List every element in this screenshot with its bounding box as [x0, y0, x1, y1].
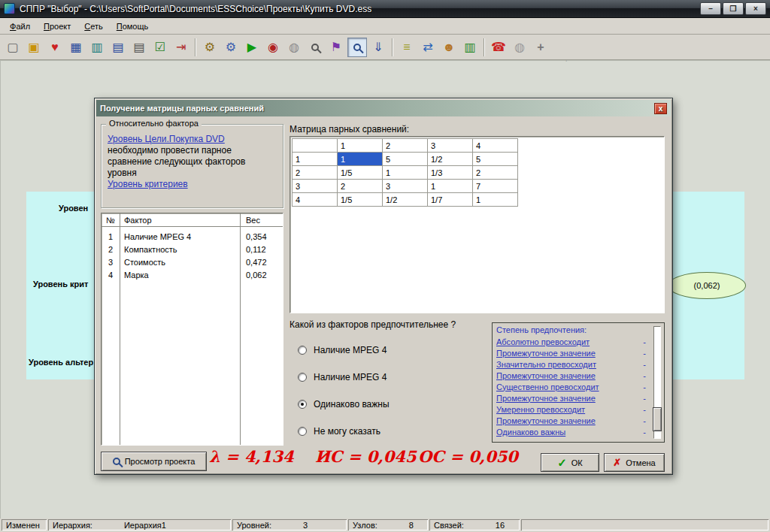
goal-level-link[interactable]: Уровень Цели.Покупка DVD [108, 134, 225, 144]
favorites-icon[interactable]: ♥ [45, 38, 65, 57]
preference-panel: Степень предпочтения: Абсолютно превосхо… [492, 322, 665, 443]
col-header-num: № [102, 216, 120, 225]
window-titlebar[interactable]: СППР "Выбор" - C:\Users\SoftPortal\Docum… [0, 0, 770, 18]
matrix-cell[interactable]: 1/2 [428, 153, 473, 166]
globe2-icon[interactable]: ◍ [510, 38, 529, 57]
matrix-row-header: 1 [293, 153, 338, 166]
preview-project-button[interactable]: Просмотр проекта [101, 452, 207, 471]
list-icon[interactable]: ≡ [397, 38, 417, 57]
exit-icon[interactable]: ⇥ [171, 38, 191, 57]
preference-item[interactable]: Значительно превосходит - [496, 358, 646, 370]
model-gears-icon[interactable]: ⚙ [200, 38, 220, 57]
matrix-cell[interactable]: 2 [473, 166, 518, 180]
criteria-node-ellipse: (0,062) [668, 272, 746, 299]
status-modified: Изменен [2, 519, 47, 530]
matrix-cell[interactable]: 1 [473, 193, 518, 207]
print-icon[interactable]: ▤ [129, 38, 149, 57]
options-icon[interactable]: ☑ [150, 38, 170, 57]
preference-item[interactable]: Промежуточное значение - [496, 392, 646, 404]
matrix-cell[interactable]: 5 [473, 153, 518, 166]
radio-icon [298, 346, 307, 355]
matrix-row-header: 3 [293, 180, 338, 193]
table-row[interactable]: 3 Стоимость 0,472 [102, 255, 283, 268]
table-row[interactable]: 2 Компактность 0,112 [102, 243, 283, 255]
matrix-panel: 1 2 3 4 1 1 5 1/2 5 2 1/5 1 1/3 2 [290, 136, 665, 313]
run-options-icon[interactable]: ◉ [263, 38, 283, 57]
open-icon[interactable]: ▣ [24, 38, 44, 57]
cancel-button[interactable]: ✗ Отмена [604, 453, 665, 472]
criteria-level-link[interactable]: Уровень критериев [108, 179, 188, 189]
radio-option-2[interactable]: Наличие MPEG 4 [298, 372, 387, 382]
matrix-cell[interactable]: 1/7 [428, 193, 473, 207]
tick-mark: - [643, 416, 646, 425]
radio-label: Одинаково важны [314, 399, 390, 410]
toolbar: ▢ ▣ ♥ ▦ ▥ ▤ ▤ ☑ ⇥ ⚙ ⚙ ▶ ◉ ◍ ⚑ ⇓ ≡ ⇄ ☻ ▥ … [0, 35, 770, 60]
export-icon[interactable]: ▤ [108, 38, 128, 57]
menu-file[interactable]: Файл [3, 20, 37, 33]
matrix-cell[interactable]: 2 [338, 180, 383, 193]
tick-mark: - [643, 360, 646, 369]
matrix-cell[interactable]: 1 [383, 166, 428, 180]
report-icon[interactable]: ⚑ [326, 38, 346, 57]
maximize-button[interactable]: ❐ [723, 2, 744, 15]
chart-icon[interactable]: ▥ [460, 38, 480, 57]
preference-item[interactable]: Промежуточное значение - [496, 370, 646, 381]
menu-help[interactable]: Помощь [110, 20, 156, 33]
run-icon[interactable]: ▶ [242, 38, 262, 57]
table-row[interactable]: 1 Наличие MPEG 4 0,354 [102, 230, 283, 243]
tick-mark: - [643, 428, 646, 437]
matrix-cell[interactable]: 5 [383, 153, 428, 166]
exchange-icon[interactable]: ⇄ [418, 38, 438, 57]
radio-option-cannot-say[interactable]: Не могу сказать [298, 426, 380, 437]
new-icon[interactable]: ▢ [3, 38, 23, 57]
dialog-title: Получение матрицы парных сравнений [100, 104, 264, 113]
question-label: Какой из факторов предпочтительнее ? [290, 319, 456, 330]
relative-factor-group: Относительно фактора Уровень Цели.Покупк… [101, 124, 283, 208]
matrix-cell[interactable]: 1/5 [338, 166, 383, 180]
matrix-cell[interactable]: 3 [383, 180, 428, 193]
matrix-cell-selected[interactable]: 1 [338, 153, 383, 166]
matrix-cell[interactable]: 1/5 [338, 193, 383, 207]
matrix-cell[interactable]: 1 [428, 180, 473, 193]
factors-table[interactable]: № Фактор Вес 1 Наличие MPEG 4 0,354 2 Ко… [101, 213, 283, 446]
preference-slider-thumb[interactable] [653, 407, 662, 431]
matrix-cell[interactable]: 7 [473, 180, 518, 193]
add-node-icon[interactable]: + [531, 38, 550, 57]
check-icon: ✓ [557, 456, 567, 470]
preview-icon[interactable] [305, 38, 325, 57]
table-row[interactable]: 4 Марка 0,062 [102, 268, 283, 281]
close-button[interactable]: × [745, 2, 766, 15]
col-header-factor: Фактор [120, 216, 240, 225]
ok-button[interactable]: ✓ ОК [541, 453, 599, 472]
matrix-row-header: 2 [293, 166, 338, 180]
matrix-cell[interactable]: 1/2 [383, 193, 428, 207]
matrix-cell[interactable]: 1/3 [428, 166, 473, 180]
preference-item[interactable]: Умеренно превосходит - [496, 404, 646, 415]
consistency-ratio-value: ОС = 0,050 [418, 447, 518, 466]
process-gears-icon[interactable]: ⚙ [221, 38, 241, 57]
users-icon[interactable]: ☻ [439, 38, 459, 57]
menubar: Файл Проект Сеть Помощь [0, 18, 770, 35]
radio-option-1[interactable]: Наличие MPEG 4 [298, 345, 387, 355]
preference-item[interactable]: Одинаково важны - [496, 426, 646, 437]
menu-network[interactable]: Сеть [77, 20, 109, 33]
preference-item[interactable]: Промежуточное значение - [496, 347, 646, 358]
save-icon[interactable]: ▦ [66, 38, 86, 57]
preference-item[interactable]: Абсолютно превосходит - [496, 336, 646, 347]
radio-option-equal[interactable]: Одинаково важны [298, 399, 390, 410]
minimize-button[interactable]: – [700, 2, 721, 15]
dialog-titlebar[interactable]: Получение матрицы парных сравнений х [96, 100, 671, 116]
globe-icon[interactable]: ◍ [284, 38, 304, 57]
dialog-close-icon[interactable]: х [654, 103, 667, 114]
status-filler [521, 519, 768, 530]
matrix-label: Матрица парных сравнений: [290, 124, 409, 135]
preference-item[interactable]: Существенно превосходит - [496, 381, 646, 392]
view-project-icon[interactable]: ▥ [87, 38, 107, 57]
preference-item[interactable]: Промежуточное значение - [496, 415, 646, 426]
save-report-icon[interactable]: ⇓ [368, 38, 388, 57]
comparison-matrix[interactable]: 1 2 3 4 1 1 5 1/2 5 2 1/5 1 1/3 2 [292, 138, 518, 207]
matrix-row-header: 4 [293, 193, 338, 207]
phone-icon[interactable]: ☎ [489, 38, 508, 57]
zoom-icon[interactable] [347, 38, 367, 57]
menu-project[interactable]: Проект [37, 20, 77, 33]
